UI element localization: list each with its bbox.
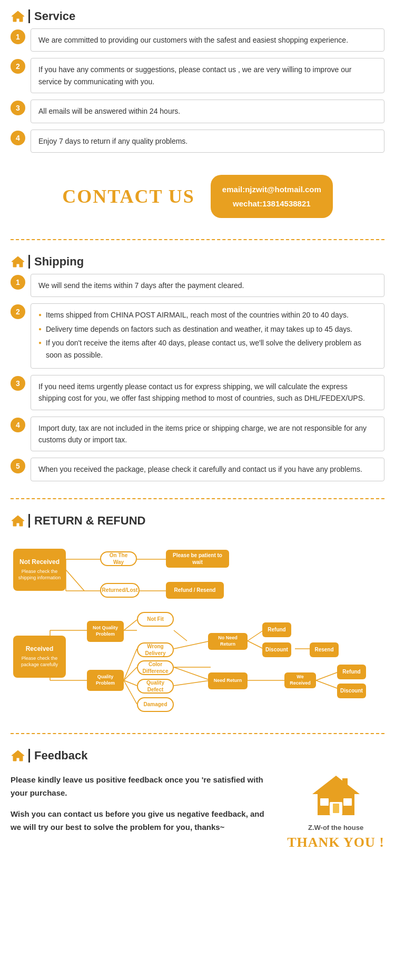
svg-rect-34 — [320, 798, 329, 806]
shipping-badge-5: 5 — [11, 459, 25, 473]
service-badge-3: 3 — [11, 101, 25, 115]
svg-line-15 — [174, 630, 187, 641]
fc-on-the-way: On The Way — [100, 551, 137, 566]
contact-email: email:njzwit@hotmail.com — [222, 182, 321, 196]
service-badge-2: 2 — [11, 59, 25, 74]
svg-line-22 — [174, 667, 211, 680]
shipping-item-3: 3 If you need items urgently please cont… — [11, 375, 384, 410]
divider-3 — [11, 733, 384, 734]
shipping-item-5: 5 When you received the package, please … — [11, 458, 384, 481]
service-item-4: 4 Enjoy 7 days to return if any quality … — [11, 130, 384, 153]
service-list: 1 We are committed to providing our cust… — [0, 28, 395, 164]
svg-marker-30 — [12, 750, 24, 761]
fc-refund-resend: Refund / Resend — [166, 582, 224, 599]
shipping-badge-2: 2 — [11, 304, 25, 319]
fc-not-received: Not Received Please check the shipping i… — [13, 549, 66, 591]
flowchart-container: Not Received Please check the shipping i… — [11, 538, 384, 717]
house-icon-return — [11, 514, 25, 527]
fc-returned-lost: Returned/Lost — [100, 583, 140, 598]
contact-info-box: email:njzwit@hotmail.com wechat:13814538… — [211, 175, 333, 218]
shipping-bullet-3: If you don't receive the items after 40 … — [38, 337, 377, 361]
svg-line-17 — [124, 667, 137, 680]
shipping-item-4-box: Import duty, tax are not included in the… — [31, 417, 384, 452]
feedback-section-header: Feedback — [0, 739, 395, 768]
shipping-item-4: 4 Import duty, tax are not included in t… — [11, 417, 384, 452]
svg-line-13 — [124, 620, 137, 630]
svg-rect-35 — [343, 798, 352, 806]
fc-wrong-delivery: Wrong Delivery — [137, 642, 174, 657]
shipping-item-5-box: When you received the package, please ch… — [31, 458, 384, 481]
svg-marker-0 — [12, 11, 24, 22]
service-item-2: 2 If you have any comments or suggestion… — [11, 58, 384, 93]
service-item-3-box: All emails will be answered within 24 ho… — [31, 100, 384, 123]
svg-line-18 — [124, 680, 137, 686]
svg-line-25 — [248, 641, 263, 649]
fc-refund1: Refund — [262, 622, 291, 637]
service-item-2-box: If you have any comments or suggestions,… — [31, 58, 384, 93]
shipping-list: 1 We will send the items within 7 days a… — [0, 274, 395, 493]
fc-need-return: Need Return — [208, 672, 248, 689]
svg-line-20 — [174, 641, 211, 649]
shipping-badge-4: 4 — [11, 418, 25, 432]
shipping-bullets: Items shipped from CHINA POST AIRMAIL, r… — [38, 309, 377, 361]
feedback-text-1: Please kindly leave us positive feedback… — [11, 773, 276, 800]
fc-refund2: Refund — [337, 665, 366, 679]
service-item-1-box: We are committed to providing our custom… — [31, 28, 384, 52]
service-item-3: 3 All emails will be answered within 24 … — [11, 100, 384, 123]
house-icon — [11, 10, 25, 23]
thank-you-text: THANK YOU ! — [287, 835, 384, 850]
svg-line-29 — [316, 680, 337, 688]
feedback-text-block: Please kindly leave us positive feedback… — [11, 773, 276, 842]
flowchart-section: Not Received Please check the shipping i… — [0, 533, 395, 728]
house-icon-shipping — [11, 255, 25, 268]
fc-resend: Resend — [310, 642, 339, 657]
fc-not-quality: Not Quality Problem — [87, 621, 124, 642]
svg-line-5 — [66, 570, 84, 591]
fc-not-fit: Not Fit — [137, 612, 174, 627]
service-section-header: Service — [0, 0, 395, 28]
fc-color-diff: Color Difference — [137, 660, 174, 675]
service-item-1: 1 We are committed to providing our cust… — [11, 28, 384, 52]
svg-marker-2 — [12, 516, 24, 526]
shipping-title: Shipping — [28, 255, 84, 269]
shipping-item-1-box: We will send the items within 7 days aft… — [31, 274, 384, 297]
feedback-title: Feedback — [28, 749, 88, 763]
feedback-text-2: Wish you can contact us before you give … — [11, 807, 276, 834]
fc-quality-problem: Quality Problem — [87, 670, 124, 691]
fc-we-received: We Received — [284, 672, 316, 688]
shipping-section-header: Shipping — [0, 245, 395, 274]
feedback-logo-block: Z.W-of the house THANK YOU ! — [287, 773, 384, 850]
fc-quality-defect: Quality Defect — [137, 679, 174, 694]
service-badge-4: 4 — [11, 131, 25, 145]
contact-wechat: wechat:13814538821 — [222, 196, 321, 211]
shipping-item-2: 2 Items shipped from CHINA POST AIRMAIL,… — [11, 303, 384, 369]
fc-please-patient: Please be patient to wait — [166, 550, 229, 568]
fc-discount: Discount — [262, 642, 291, 657]
svg-rect-33 — [333, 804, 339, 813]
feedback-content-section: Please kindly leave us positive feedback… — [0, 768, 395, 866]
contact-title: CONTACT US — [62, 185, 195, 207]
return-refund-section-header: RETURN & REFUND — [0, 504, 395, 533]
fc-damaged: Damaged — [137, 697, 174, 712]
svg-line-23 — [174, 680, 211, 686]
fc-no-need-return: No Need Return — [208, 633, 248, 650]
divider-1 — [11, 239, 384, 240]
shipping-item-2-box: Items shipped from CHINA POST AIRMAIL, r… — [31, 303, 384, 369]
shipping-bullet-1: Items shipped from CHINA POST AIRMAIL, r… — [38, 309, 377, 321]
service-item-4-box: Enjoy 7 days to return if any quality pr… — [31, 130, 384, 153]
house-icon-feedback — [11, 749, 25, 762]
svg-line-19 — [124, 680, 137, 704]
fc-received: Received Please check the package carefu… — [13, 636, 66, 678]
svg-rect-36 — [342, 778, 348, 789]
brand-logo-icon — [310, 773, 362, 820]
shipping-badge-3: 3 — [11, 376, 25, 391]
return-refund-title: RETURN & REFUND — [28, 514, 145, 528]
divider-2 — [11, 498, 384, 499]
shipping-bullet-2: Delivery time depends on factors such as… — [38, 323, 377, 335]
service-title: Service — [28, 9, 75, 23]
shipping-item-3-box: If you need items urgently please contac… — [31, 375, 384, 410]
contact-section: CONTACT US email:njzwit@hotmail.com wech… — [0, 164, 395, 234]
brand-name: Z.W-of the house — [308, 824, 363, 831]
shipping-item-1: 1 We will send the items within 7 days a… — [11, 274, 384, 297]
feedback-content-wrapper: Please kindly leave us positive feedback… — [11, 773, 384, 850]
